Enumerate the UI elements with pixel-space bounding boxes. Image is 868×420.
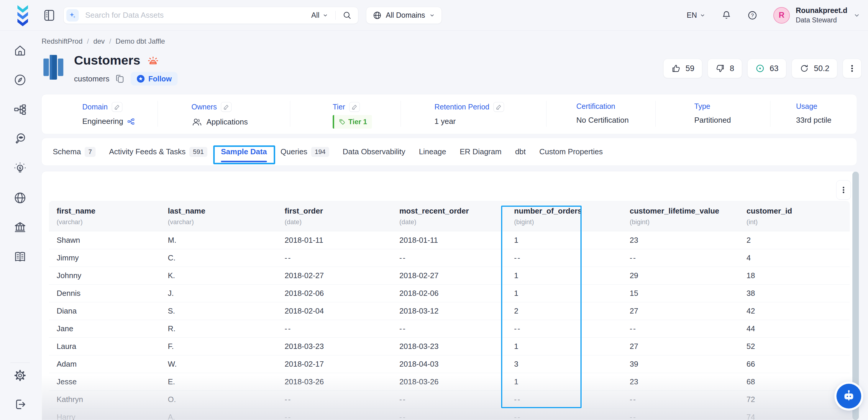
table-cell: 2018-03-26 <box>392 373 506 390</box>
pencil-icon <box>496 104 502 110</box>
owners-value[interactable]: Applications <box>207 117 248 126</box>
tier-badge[interactable]: Tier 1 <box>333 115 372 129</box>
property-tier: Tier Tier 1 <box>333 102 372 129</box>
table-cell: 27 <box>622 337 739 355</box>
insights-icon[interactable] <box>13 162 27 175</box>
column-header-most_recent_order[interactable]: most_recent_order(date) <box>392 201 506 231</box>
breadcrumb-item[interactable]: dev <box>93 37 105 46</box>
tab-label: Sample Data <box>221 147 267 156</box>
table-cell: 72 <box>739 390 850 408</box>
divider <box>655 101 656 127</box>
certification-label: Certification <box>576 102 615 111</box>
tab-sample-data[interactable]: Sample Data <box>221 138 267 166</box>
property-retention: Retention Period 1 year <box>434 102 504 126</box>
table-cell: S. <box>160 302 277 320</box>
observability-icon[interactable] <box>13 132 27 146</box>
breadcrumb-item[interactable]: RedshiftProd <box>41 37 83 46</box>
glossary-icon[interactable] <box>13 250 27 264</box>
tab-label: Schema <box>53 147 81 156</box>
user-menu[interactable]: R Rounakpreet.d Data Steward <box>773 6 860 24</box>
column-header-first_order[interactable]: first_order(date) <box>277 201 392 231</box>
popularity-button[interactable]: 63 <box>747 59 786 78</box>
user-role: Data Steward <box>796 16 847 24</box>
table-cell: 18 <box>739 267 850 284</box>
domain-link-icon <box>127 118 135 125</box>
tab-label: Lineage <box>419 147 446 156</box>
global-search-bar[interactable]: All <box>63 7 358 24</box>
thumbs-up-icon <box>671 64 681 73</box>
table-cell: 2018-03-23 <box>277 337 392 355</box>
tab-er-diagram[interactable]: ER Diagram <box>460 138 502 166</box>
table-cell: -- <box>622 390 739 408</box>
follow-button[interactable]: Follow <box>131 72 178 86</box>
app-window: All All Domains EN <box>0 0 868 420</box>
ai-sparkle-icon[interactable] <box>66 9 79 22</box>
help-icon[interactable]: ? <box>747 10 757 20</box>
tab-dbt[interactable]: dbt <box>515 138 526 166</box>
column-header-number_of_orders[interactable]: number_of_orders(bigint) <box>506 201 622 231</box>
search-icon[interactable] <box>343 11 351 20</box>
tab-schema[interactable]: Schema7 <box>53 138 96 166</box>
governance-icon[interactable] <box>13 220 27 234</box>
language-selector[interactable]: EN <box>687 11 706 20</box>
edit-tier-button[interactable] <box>349 102 360 112</box>
tab-queries[interactable]: Queries194 <box>280 138 329 166</box>
table-cell: 2018-02-17 <box>277 355 392 373</box>
column-header-customer_id[interactable]: customer_id(int) <box>739 201 850 231</box>
lineage-icon[interactable] <box>13 102 27 116</box>
table-cell: Shawn <box>49 231 160 249</box>
column-header-first_name[interactable]: first_name(varchar) <box>49 201 160 231</box>
table-cell: O. <box>160 390 277 408</box>
web-icon[interactable] <box>13 191 27 205</box>
logout-icon[interactable] <box>13 398 27 411</box>
divider <box>401 101 401 127</box>
table-cell: Jimmy <box>49 249 160 267</box>
refresh-icon <box>800 64 809 73</box>
copy-icon[interactable] <box>115 73 125 84</box>
column-header-customer_lifetime_value[interactable]: customer_lifetime_value(bigint) <box>622 201 739 231</box>
search-scope-dropdown[interactable]: All <box>311 11 328 20</box>
domain-value[interactable]: Engineering <box>82 117 123 126</box>
tab-activity-feeds-tasks[interactable]: Activity Feeds & Tasks591 <box>109 138 207 166</box>
table-cell: 3 <box>506 355 622 373</box>
chevron-down-icon <box>322 12 328 18</box>
tab-label: dbt <box>515 147 526 156</box>
search-scope-label: All <box>311 11 319 20</box>
column-name: customer_lifetime_value <box>630 206 739 216</box>
breadcrumb-separator: / <box>109 37 111 46</box>
search-input[interactable] <box>85 11 311 20</box>
settings-icon[interactable] <box>13 369 27 382</box>
tab-label: Custom Properties <box>539 147 603 156</box>
tab-data-observability[interactable]: Data Observability <box>343 138 405 166</box>
table-cell: -- <box>392 320 506 337</box>
table-cell: 1 <box>506 373 622 390</box>
breadcrumb-separator: / <box>87 37 89 46</box>
owners-label: Owners <box>191 102 217 111</box>
freshness-button[interactable]: 50.2 <box>792 59 837 78</box>
tab-custom-properties[interactable]: Custom Properties <box>539 138 603 166</box>
table-cell: 2018-03-23 <box>392 337 506 355</box>
table-header-row: first_name(varchar)last_name(varchar)fir… <box>49 201 850 231</box>
all-domains-button[interactable]: All Domains <box>366 7 442 24</box>
compass-icon[interactable] <box>13 73 27 87</box>
asset-more-actions-button[interactable] <box>843 59 862 78</box>
notifications-bell-icon[interactable] <box>721 10 732 20</box>
edit-domain-button[interactable] <box>112 102 122 112</box>
scrollbar[interactable] <box>852 172 859 420</box>
column-type: (varchar) <box>168 218 277 226</box>
tab-lineage[interactable]: Lineage <box>419 138 446 166</box>
table-cell: -- <box>392 408 506 420</box>
downvotes-button[interactable]: 8 <box>708 59 742 78</box>
home-icon[interactable] <box>13 44 27 57</box>
upvotes-button[interactable]: 59 <box>663 59 702 78</box>
column-header-last_name[interactable]: last_name(varchar) <box>160 201 277 231</box>
edit-owners-button[interactable] <box>221 102 231 112</box>
all-domains-label: All Domains <box>386 11 425 20</box>
chatbot-button[interactable] <box>836 384 861 409</box>
breadcrumb-item[interactable]: Demo dbt Jaffle <box>116 37 165 46</box>
sidebar-collapse-icon[interactable] <box>43 8 55 22</box>
tab-label: Queries <box>280 147 307 156</box>
sample-data-more-button[interactable] <box>836 180 851 200</box>
edit-retention-button[interactable] <box>493 102 504 112</box>
avatar[interactable]: R <box>773 7 790 24</box>
